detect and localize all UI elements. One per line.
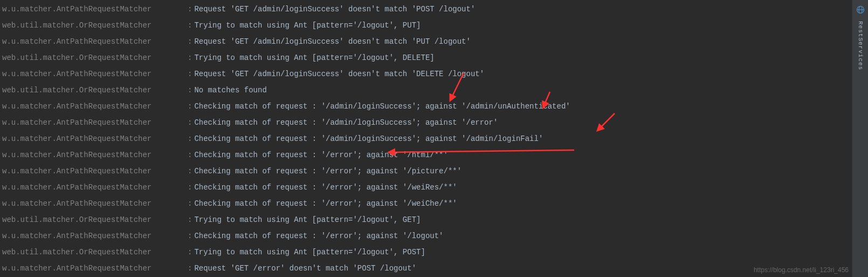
log-separator: : [188,163,192,179]
log-message: Checking match of request : '/error'; ag… [194,228,443,244]
log-output: w.u.matcher.AntPathRequestMatcher: Reque… [0,0,868,277]
log-message: Checking match of request : '/admin/logi… [194,98,570,114]
log-line: web.util.matcher.OrRequestMatcher: No ma… [0,82,868,98]
log-separator: : [188,33,192,50]
logger-name: w.u.matcher.AntPathRequestMatcher [2,131,185,147]
log-separator: : [188,98,192,114]
log-separator: : [188,228,192,244]
logger-name: w.u.matcher.AntPathRequestMatcher [2,1,185,17]
log-separator: : [188,17,192,33]
log-line: w.u.matcher.AntPathRequestMatcher: Check… [0,179,868,195]
log-line: w.u.matcher.AntPathRequestMatcher: Check… [0,195,868,212]
log-line: w.u.matcher.AntPathRequestMatcher: Reque… [0,1,868,17]
log-message: Request 'GET /error' doesn't match 'POST… [194,260,416,276]
sidebar-panel: RestServices [852,0,868,277]
log-message: Trying to match using Ant [pattern='/log… [194,17,421,33]
log-message: Checking match of request : '/admin/logi… [194,114,498,131]
sidebar-label[interactable]: RestServices [857,21,864,70]
log-separator: : [188,260,192,276]
logger-name: web.util.matcher.OrRequestMatcher [2,82,185,98]
watermark-text: https://blog.csdn.net/li_123ri_456 [754,266,849,274]
logger-name: w.u.matcher.AntPathRequestMatcher [2,228,185,244]
log-message: No matches found [194,82,266,98]
logger-name: w.u.matcher.AntPathRequestMatcher [2,195,185,212]
log-message: Checking match of request : '/admin/logi… [194,131,543,147]
log-message: Request 'GET /admin/loginSuccess' doesn'… [194,33,470,50]
log-line: w.u.matcher.AntPathRequestMatcher: Check… [0,131,868,147]
logger-name: w.u.matcher.AntPathRequestMatcher [2,66,185,82]
log-line: web.util.matcher.OrRequestMatcher: Tryin… [0,212,868,228]
log-line: web.util.matcher.OrRequestMatcher: Tryin… [0,50,868,66]
log-line: w.u.matcher.AntPathRequestMatcher: Check… [0,163,868,179]
log-line: w.u.matcher.AntPathRequestMatcher: Reque… [0,66,868,82]
log-separator: : [188,50,192,66]
logger-name: web.util.matcher.OrRequestMatcher [2,212,185,228]
globe-icon[interactable] [856,5,865,17]
log-separator: : [188,212,192,228]
logger-name: web.util.matcher.OrRequestMatcher [2,244,185,260]
log-message: Trying to match using Ant [pattern='/log… [194,50,434,66]
log-message: Checking match of request : '/error'; ag… [194,195,457,212]
log-message: Request 'GET /admin/loginSuccess' doesn'… [194,66,484,82]
log-line: w.u.matcher.AntPathRequestMatcher: Check… [0,114,868,131]
log-separator: : [188,131,192,147]
log-separator: : [188,179,192,195]
log-separator: : [188,82,192,98]
logger-name: w.u.matcher.AntPathRequestMatcher [2,98,185,114]
log-message: Request 'GET /admin/loginSuccess' doesn'… [194,1,475,17]
log-separator: : [188,147,192,163]
logger-name: w.u.matcher.AntPathRequestMatcher [2,147,185,163]
log-line: w.u.matcher.AntPathRequestMatcher: Check… [0,98,868,114]
log-separator: : [188,1,192,17]
log-message: Checking match of request : '/error'; ag… [194,163,461,179]
log-separator: : [188,244,192,260]
log-message: Checking match of request : '/error'; ag… [194,179,457,195]
log-message: Trying to match using Ant [pattern='/log… [194,212,421,228]
logger-name: w.u.matcher.AntPathRequestMatcher [2,260,185,276]
log-message: Trying to match using Ant [pattern='/log… [194,244,425,260]
log-line: web.util.matcher.OrRequestMatcher: Tryin… [0,17,868,33]
logger-name: w.u.matcher.AntPathRequestMatcher [2,179,185,195]
log-separator: : [188,114,192,131]
log-line: w.u.matcher.AntPathRequestMatcher: Check… [0,228,868,244]
log-line: w.u.matcher.AntPathRequestMatcher: Reque… [0,33,868,50]
log-line: w.u.matcher.AntPathRequestMatcher: Reque… [0,260,868,276]
logger-name: web.util.matcher.OrRequestMatcher [2,17,185,33]
logger-name: w.u.matcher.AntPathRequestMatcher [2,114,185,131]
log-separator: : [188,195,192,212]
logger-name: web.util.matcher.OrRequestMatcher [2,50,185,66]
log-line: w.u.matcher.AntPathRequestMatcher: Check… [0,147,868,163]
log-message: Checking match of request : '/error'; ag… [194,147,447,163]
logger-name: w.u.matcher.AntPathRequestMatcher [2,163,185,179]
log-line: web.util.matcher.OrRequestMatcher: Tryin… [0,244,868,260]
logger-name: w.u.matcher.AntPathRequestMatcher [2,33,185,50]
log-separator: : [188,66,192,82]
